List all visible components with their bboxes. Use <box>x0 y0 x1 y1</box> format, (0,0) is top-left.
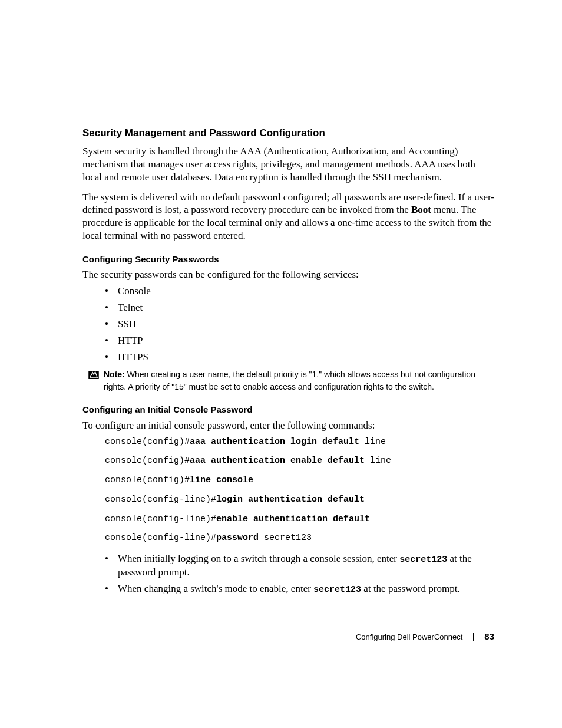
cmd-post: line <box>359 437 386 447</box>
command-block: console(config)#aaa authentication login… <box>105 437 494 545</box>
list-item: HTTP <box>82 334 494 347</box>
note-text: Note: When creating a user name, the def… <box>104 368 494 393</box>
list-item: Telnet <box>82 301 494 314</box>
note-icon <box>88 370 99 378</box>
p2-bold-boot: Boot <box>411 204 431 215</box>
bottom2-b: at the password prompt. <box>361 583 460 594</box>
note-label: Note: <box>104 370 125 379</box>
cmd-bold: line console <box>190 475 253 485</box>
command-line: console(config-line)#enable authenticati… <box>105 514 494 525</box>
list-item: Console <box>82 285 494 298</box>
note-body: When creating a user name, the default p… <box>104 370 475 391</box>
list-item: SSH <box>82 318 494 331</box>
bottom1-code: secret123 <box>399 555 447 565</box>
note-block: Note: When creating a user name, the def… <box>82 368 494 393</box>
page-footer: Configuring Dell PowerConnect 83 <box>356 631 494 643</box>
bottom-list: When initially logging on to a switch th… <box>82 552 494 595</box>
bottom2-a: When changing a switch's mode to enable,… <box>118 583 313 594</box>
list-item: When changing a switch's mode to enable,… <box>82 582 494 596</box>
cmd-pre: console(config-line)# <box>105 514 216 524</box>
list-item: HTTPS <box>82 351 494 364</box>
page: Security Management and Password Configu… <box>0 0 562 728</box>
section-heading: Security Management and Password Configu… <box>82 127 494 139</box>
command-line: console(config-line)#password secret123 <box>105 533 494 544</box>
command-line: console(config)#aaa authentication login… <box>105 437 494 448</box>
cmd-pre: console(config)# <box>105 456 190 466</box>
paragraph-intro-1: System security is handled through the A… <box>82 145 494 183</box>
list-item: When initially logging on to a switch th… <box>82 552 494 579</box>
command-line: console(config)#line console <box>105 475 494 486</box>
subhead-configuring-security-passwords: Configuring Security Passwords <box>82 254 494 265</box>
footer-text: Configuring Dell PowerConnect <box>356 633 462 642</box>
sub2-intro: To configure an initial console password… <box>82 419 494 432</box>
sub1-intro: The security passwords can be configured… <box>82 268 494 281</box>
subhead-configuring-initial-console-password: Configuring an Initial Console Password <box>82 404 494 416</box>
cmd-post: line <box>365 456 391 466</box>
cmd-pre: console(config-line)# <box>105 495 216 505</box>
paragraph-intro-2: The system is delivered with no default … <box>82 191 494 242</box>
command-line: console(config)#aaa authentication enabl… <box>105 456 494 467</box>
cmd-pre: console(config)# <box>105 475 190 485</box>
bottom2-code: secret123 <box>313 585 361 595</box>
cmd-pre: console(config)# <box>105 437 190 447</box>
cmd-bold: aaa authentication login default <box>190 437 359 447</box>
cmd-bold: aaa authentication enable default <box>190 456 365 466</box>
services-list: Console Telnet SSH HTTP HTTPS <box>82 285 494 364</box>
cmd-pre: console(config-line)# <box>105 533 216 543</box>
footer-separator <box>473 633 474 641</box>
command-line: console(config-line)#login authenticatio… <box>105 495 494 506</box>
cmd-bold: enable authentication default <box>216 514 370 524</box>
bottom1-a: When initially logging on to a switch th… <box>118 553 399 564</box>
page-number: 83 <box>484 631 494 643</box>
cmd-post: secret123 <box>259 533 312 543</box>
cmd-bold: password <box>216 533 259 543</box>
cmd-bold: login authentication default <box>216 495 365 505</box>
